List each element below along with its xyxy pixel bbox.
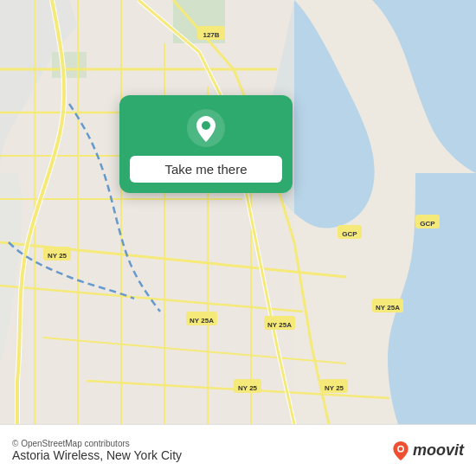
bottom-bar: © OpenStreetMap contributors Astoria Wir… [0,424,476,476]
svg-point-39 [399,447,403,451]
svg-text:NY 25: NY 25 [325,384,344,392]
svg-text:NY 25A: NY 25A [376,304,400,312]
svg-rect-3 [52,52,87,78]
svg-point-37 [202,121,210,130]
location-pin-icon [187,109,225,147]
svg-text:127B: 127B [203,31,219,39]
map-attribution: © OpenStreetMap contributors [12,439,182,448]
svg-text:NY 25: NY 25 [48,252,68,260]
moovit-pin-icon [391,441,410,460]
map-view: NY 25A NY 25A NY 25A NY 25 NY 25 NY 25 1… [0,0,476,424]
take-me-there-button[interactable]: Take me there [130,156,282,183]
svg-text:NY 25: NY 25 [238,384,258,392]
location-name: Astoria Wireless, New York City [12,448,182,462]
svg-text:NY 25A: NY 25A [190,317,214,325]
svg-text:NY 25A: NY 25A [267,321,292,329]
svg-text:GCP: GCP [420,220,435,228]
location-info: © OpenStreetMap contributors Astoria Wir… [12,439,182,462]
location-popup: Take me there [119,95,293,193]
svg-text:GCP: GCP [342,230,357,238]
moovit-logo: moovit [391,441,464,460]
moovit-brand-text: moovit [413,441,464,460]
